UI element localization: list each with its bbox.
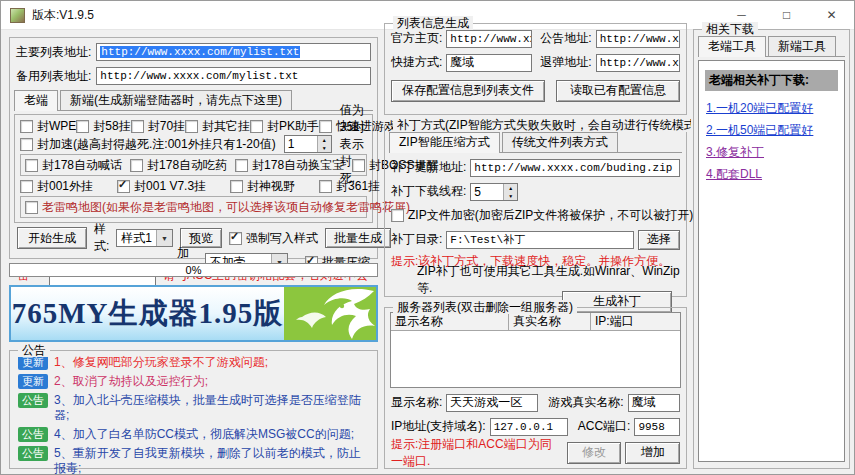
patch-dir-input[interactable]: F:\Test\补丁: [446, 231, 634, 249]
thread-count-stepper[interactable]: 5: [470, 183, 518, 201]
generator-panel: 主要列表地址: http://www.xxxx.com/mylist.txt 备…: [9, 37, 378, 259]
batch-generate-button[interactable]: 批量生成: [325, 228, 391, 248]
cb-70gua[interactable]: 封70挂: [131, 118, 185, 135]
cb-force-style[interactable]: 强制写入样式: [229, 230, 318, 247]
tab-new-client[interactable]: 新端(生成新端登陆器时，请先点下这里): [60, 90, 292, 110]
cb-001-waigua[interactable]: 封001外挂: [20, 178, 93, 195]
notice-panel: 公告 更新 1、修复网吧部分玩家登录不了游戏问题; 更新 2、取消了劫持以及远控…: [9, 350, 378, 469]
arrow-up-icon[interactable]: [504, 184, 517, 192]
progress-text: 0%: [186, 264, 202, 276]
main-list-label: 主要列表地址:: [16, 44, 91, 61]
speed-value-stepper[interactable]: 1: [284, 135, 332, 153]
notice-item: 公告 3、加入北斗壳压缩模块，批量生成时可选择是否压缩登陆器;: [18, 393, 369, 423]
style-select[interactable]: 样式1: [116, 229, 173, 247]
checkbox-label: 强制写入样式: [246, 230, 318, 247]
arrow-down-icon[interactable]: [318, 144, 331, 152]
checkbox-label: 封361挂: [336, 178, 380, 195]
cb-leiming-map[interactable]: 老雷鸣地图(如果你是老雷鸣地图，可以选择该项自动修复老雷鸣花屏): [25, 199, 410, 216]
checkbox-icon: [319, 180, 332, 193]
read-config-button[interactable]: 读取已有配置信息: [556, 80, 680, 102]
downloads-tabstrip: 老端工具 新端工具: [698, 38, 845, 57]
start-generate-button[interactable]: 开始生成: [17, 227, 87, 249]
stepper-arrows[interactable]: [503, 184, 517, 200]
acc-port-label: ACC端口:: [578, 418, 631, 435]
choose-dir-button[interactable]: 选择: [638, 230, 680, 250]
thread-count-label: 补丁下载线程:: [391, 183, 466, 200]
server-table-header: 显示名称 真实名称 IP:端口: [391, 313, 680, 331]
cb-178-chiyao[interactable]: 封178自动吃药: [130, 157, 227, 174]
tab-old-tools[interactable]: 老端工具: [698, 36, 766, 57]
bounce-url-input[interactable]: http://www.xxxx.com: [596, 54, 680, 72]
download-link-2[interactable]: 2.一机50端已配置好: [706, 122, 837, 139]
cb-001-v73[interactable]: 封001 V7.3挂: [117, 178, 206, 195]
notice-text: 3、加入北斗壳压缩模块，批量生成时可选择是否压缩登陆器;: [54, 393, 369, 423]
close-button[interactable]: ✕: [809, 1, 854, 29]
server-table[interactable]: 显示名称 真实名称 IP:端口: [390, 312, 681, 388]
checkbox-label: 封58挂: [93, 118, 130, 135]
checkbox-checked-icon: [229, 232, 242, 245]
tab-new-tools[interactable]: 新端工具: [768, 36, 836, 56]
notice-url-input[interactable]: http://www.xxxx.com: [596, 30, 680, 48]
shortcut-input[interactable]: 魔域: [446, 54, 532, 72]
app-icon: [10, 8, 25, 23]
save-config-button[interactable]: 保存配置信息到列表文件: [391, 80, 545, 102]
col-real-name[interactable]: 真实名称: [509, 313, 591, 330]
real-name-label: 游戏真实名称:: [548, 394, 623, 411]
notice-item: 更新 2、取消了劫持以及远控行为;: [18, 374, 369, 389]
cb-178-huanbaobao[interactable]: 封178自动换宝宝: [235, 157, 344, 174]
official-site-label: 官方主页:: [391, 30, 442, 47]
checkbox-label: 封PK助手: [267, 118, 319, 135]
style-label: 样式:: [94, 221, 109, 255]
col-display-name[interactable]: 显示名称: [391, 313, 509, 330]
shortcut-label: 快捷方式:: [391, 54, 442, 71]
download-link-4[interactable]: 4.配套DLL: [706, 166, 837, 183]
ip-input[interactable]: 127.0.0.1: [490, 418, 568, 436]
real-name-input[interactable]: 魔域: [628, 394, 680, 412]
backup-list-input[interactable]: http://www.xxxx.com/mylist.txt: [96, 67, 371, 85]
bounce-url-value: http://www.xxxx.com: [600, 57, 680, 69]
acc-port-value: 9958: [638, 421, 664, 433]
chevron-down-icon[interactable]: [156, 230, 172, 246]
cb-178-hanhua[interactable]: 封178自动喊话: [25, 157, 122, 174]
add-server-button[interactable]: 增加: [625, 442, 680, 464]
notice-badge: 公告: [18, 446, 48, 461]
cb-qita-gua[interactable]: 封其它挂: [185, 118, 250, 135]
tab-old-client[interactable]: 老端: [14, 90, 58, 111]
arrow-up-icon[interactable]: [318, 136, 331, 144]
acc-port-input[interactable]: 9958: [634, 418, 680, 436]
cb-speed-block[interactable]: 封加速(越高封得越死.注:001外挂只有1-20值): [20, 136, 276, 153]
cb-58gua[interactable]: 封58挂: [76, 118, 130, 135]
backup-list-value: http://www.xxxx.com/mylist.txt: [100, 70, 298, 82]
main-list-input[interactable]: http://www.xxxx.com/mylist.txt: [96, 43, 371, 61]
checkbox-label: 封178自动吃药: [147, 157, 227, 174]
update-badge: 更新: [18, 355, 48, 370]
stepper-arrows[interactable]: [317, 136, 331, 152]
shortcut-value: 魔域: [450, 54, 474, 71]
cb-361-gua[interactable]: 封361挂: [319, 178, 380, 195]
official-site-input[interactable]: http://www.xxxx.com: [446, 30, 532, 48]
speed-value: 1: [285, 136, 317, 152]
checkbox-icon: [131, 120, 144, 133]
download-link-3[interactable]: 3.修复补丁: [706, 144, 837, 161]
cb-shen-shiye[interactable]: 封神视野: [230, 178, 295, 195]
arrow-down-icon[interactable]: [504, 192, 517, 200]
modify-server-button[interactable]: 修改: [567, 442, 622, 464]
cb-wpe[interactable]: 封WPE: [20, 118, 76, 135]
cb-pk-zhushou[interactable]: 封PK助手: [250, 118, 319, 135]
cb-zip-encrypt[interactable]: ZIP文件加密(加密后ZIP文件将被保护，不可以被打开): [391, 207, 693, 224]
tab-traditional-mode[interactable]: 传统文件列表方式: [502, 132, 618, 152]
checkbox-icon: [20, 180, 33, 193]
checkbox-label: 老雷鸣地图(如果你是老雷鸣地图，可以选择该项自动修复老雷鸣花屏): [42, 199, 410, 216]
maximize-button[interactable]: □: [764, 1, 809, 29]
patch-url-input[interactable]: http://www.xxxx.com/buding.zip: [470, 159, 680, 177]
display-name-input[interactable]: 天天游戏一区: [446, 394, 538, 412]
style-value: 样式1: [117, 230, 156, 246]
patch-tabstrip: ZIP智能压缩方式 传统文件列表方式: [389, 134, 682, 153]
tab-zip-mode[interactable]: ZIP智能压缩方式: [389, 132, 500, 153]
download-link-1[interactable]: 1.一机20端已配置好: [706, 100, 837, 117]
checkbox-icon: [352, 159, 365, 172]
window-title: 版本:V1.9.5: [32, 7, 94, 24]
server-tip: 提示:注册端口和ACC端口为同一端口.: [391, 436, 563, 470]
col-ip-port[interactable]: IP:端口: [591, 313, 680, 330]
client-tabstrip: 老端 新端(生成新端登陆器时，请先点下这里): [14, 92, 373, 111]
